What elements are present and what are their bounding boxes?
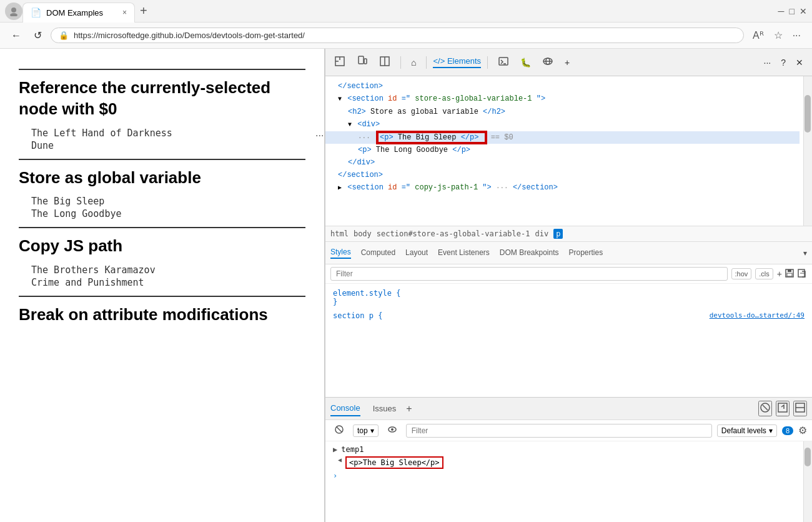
devtools-right-controls: ··· ? ✕ [760, 55, 807, 70]
read-aloud-button[interactable]: Aᴿ [749, 27, 768, 44]
dom-scrollbar-thumb[interactable] [805, 95, 811, 133]
save-stylesheet-button[interactable] [785, 268, 795, 280]
breadcrumb-section[interactable]: section#store-as-global-variable-1 [377, 229, 530, 238]
split-console-button[interactable] [793, 401, 807, 416]
style-rule-element: element.style { } [325, 286, 812, 309]
style-source-link[interactable]: devtools-do…started/:49 [710, 311, 805, 319]
favorites-button[interactable]: ☆ [770, 27, 786, 44]
dom-line[interactable]: ▼ <div> [325, 118, 800, 131]
network-icon-button[interactable] [538, 53, 557, 71]
breadcrumb-body[interactable]: body [354, 229, 372, 238]
refresh-button[interactable]: ↺ [30, 27, 46, 44]
console-icon-button[interactable] [494, 53, 513, 71]
add-tool-button[interactable]: + [561, 55, 573, 70]
cls-button[interactable]: .cls [755, 268, 773, 279]
clear-log-button[interactable] [330, 423, 348, 438]
console-scrollbar[interactable] [803, 441, 812, 522]
clear-console-button[interactable] [758, 401, 772, 416]
tab-properties[interactable]: Properties [569, 248, 603, 258]
section-heading-1: Reference the currently-selected node wi… [19, 78, 305, 120]
console-settings-button[interactable]: ⚙ [798, 424, 807, 436]
ellipsis-indicator: ··· [358, 134, 370, 141]
styles-tab-more[interactable]: ▾ [803, 249, 807, 258]
dom-line[interactable]: <h2> Store as global variable </h2> [325, 106, 800, 118]
browser-tab[interactable]: 📄 DOM Examples × [22, 3, 135, 23]
tab-dom-breakpoints[interactable]: DOM Breakpoints [500, 248, 559, 258]
dom-tag: "> [482, 183, 496, 192]
tab-console[interactable]: Console [330, 401, 360, 416]
dom-line[interactable]: ▶ <section id =" copy-js-path-1 "> ··· <… [325, 181, 800, 194]
tab-layout[interactable]: Layout [405, 248, 428, 258]
console-scrollbar-thumb[interactable] [805, 448, 811, 466]
styles-filter-input[interactable] [330, 267, 728, 281]
dom-line[interactable]: ▼ <section id =" store-as-global-variabl… [325, 93, 800, 106]
dom-text: The Long Goodbye [376, 146, 448, 154]
tab-styles[interactable]: Styles [330, 248, 351, 259]
nav-right: Aᴿ ☆ ··· [749, 27, 805, 44]
dom-scrollbar[interactable] [803, 76, 812, 226]
eye-button[interactable] [384, 423, 401, 438]
dom-line-selected[interactable]: ··· <p> The Big Sleep </p> == $0 [325, 131, 800, 144]
list-item: The Big Sleep [31, 196, 305, 207]
devtools-close-button[interactable]: ✕ [792, 55, 807, 70]
triangle-icon: ▼ [348, 121, 352, 128]
help-button[interactable]: ? [777, 55, 790, 70]
dom-line[interactable]: </section> [325, 80, 800, 93]
home-icon-button[interactable]: ⌂ [407, 55, 420, 70]
page-section-break: Break on attribute modifications [19, 296, 305, 326]
styles-tabs: Styles Computed Layout Event Listeners D… [325, 242, 812, 264]
breadcrumb-p[interactable]: p [553, 229, 563, 239]
list-item: The Long Goodbye [31, 208, 305, 219]
settings-button[interactable]: ··· [789, 28, 805, 44]
more-tools-button[interactable]: ··· [760, 55, 775, 70]
device-icon-button[interactable] [353, 53, 372, 71]
inspect-icon-button[interactable] [330, 53, 349, 71]
tab-event-listeners[interactable]: Event Listeners [438, 248, 490, 258]
add-tab-button[interactable]: + [406, 403, 412, 414]
open-in-editor-button[interactable] [797, 268, 807, 280]
elements-tab[interactable]: </> Elements [433, 56, 481, 68]
page-section-copy-js: Copy JS path The Brothers Karamazov Crim… [19, 227, 305, 288]
style-rule-selector: element.style { [333, 289, 805, 298]
back-button[interactable]: ← [7, 28, 25, 44]
book-list-1: The Left Hand of Darkness Dune [19, 128, 305, 151]
dom-attr-val: copy-js-path-1 [415, 183, 478, 192]
maximize-button[interactable]: □ [790, 6, 795, 16]
new-tab-button[interactable]: + [135, 4, 152, 18]
tab-computed[interactable]: Computed [361, 248, 395, 258]
dom-line[interactable]: </div> [325, 156, 800, 169]
dom-selected-node: <p> The Big Sleep </p> [377, 132, 486, 143]
minimize-button[interactable]: ─ [778, 6, 785, 16]
dom-line[interactable]: </section> [325, 169, 800, 181]
chevron-down-icon: ▾ [769, 426, 773, 435]
tab-issues[interactable]: Issues [373, 404, 397, 413]
list-item: Dune [31, 140, 305, 151]
panel-icon-button[interactable] [375, 53, 394, 71]
list-item: The Brothers Karamazov [31, 264, 305, 276]
hov-button[interactable]: :hov [731, 268, 752, 279]
dom-tag: </section> [338, 171, 383, 179]
breadcrumb-div[interactable]: div [535, 229, 548, 238]
expand-arrow[interactable]: ▶ [333, 445, 337, 454]
dom-tag: </div> [348, 158, 375, 167]
dom-line[interactable]: <p> The Long Goodbye </p> [325, 144, 800, 156]
breadcrumb-html[interactable]: html [330, 229, 349, 238]
profile-icon[interactable] [5, 3, 22, 20]
dom-attr: id [388, 183, 397, 192]
list-item: Crime and Punishment [31, 277, 305, 288]
svg-point-1 [10, 13, 17, 16]
tab-close-button[interactable]: × [122, 8, 127, 17]
console-filter-input[interactable] [406, 424, 712, 438]
close-button[interactable]: ✕ [800, 6, 807, 16]
console-red-box-result: <p>The Big Sleep</p> [345, 456, 443, 469]
svg-rect-16 [787, 273, 792, 276]
add-style-rule-button[interactable]: + [777, 269, 782, 279]
dock-button[interactable] [776, 401, 790, 416]
address-bar[interactable]: 🔒 https://microsoftedge.github.io/Demos/… [51, 28, 744, 43]
dom-tag: <section [347, 183, 388, 192]
svg-point-27 [391, 428, 394, 431]
debug-icon-button[interactable]: 🐛 [517, 55, 535, 70]
top-frame-selector[interactable]: top ▾ [353, 424, 379, 437]
default-levels-selector[interactable]: Default levels ▾ [717, 424, 777, 437]
title-bar-left [5, 3, 22, 20]
